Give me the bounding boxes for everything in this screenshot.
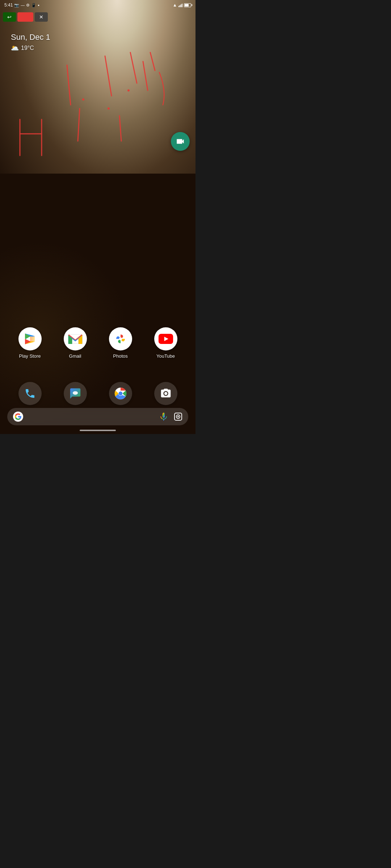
signal-bar-3 <box>181 4 181 7</box>
weather-temp: 19°C <box>21 45 34 51</box>
app-photos[interactable]: Photos <box>102 327 139 359</box>
gmail-label: Gmail <box>69 353 81 359</box>
gmail-icon-wrapper <box>64 327 87 350</box>
meet-fab-button[interactable] <box>171 132 190 151</box>
nav-bar <box>0 427 196 434</box>
annotation-close-button[interactable]: ✕ <box>35 12 48 22</box>
chrome-icon <box>114 387 127 400</box>
phone-icon <box>24 388 36 399</box>
signal-bar-1 <box>178 6 179 7</box>
photos-icon <box>113 332 128 346</box>
annotation-bar: ↩ ✕ <box>0 12 196 22</box>
date-text: Sun, Dec 1 <box>11 33 50 42</box>
app-play-store[interactable]: Play Store <box>12 327 48 359</box>
wifi-icon: ▲ <box>173 3 177 8</box>
status-left: 5:41 📷 — ⚙ 📱 ● <box>4 3 39 8</box>
signal-bar-2 <box>180 5 180 7</box>
minus-icon: — <box>21 3 25 7</box>
color-picker[interactable] <box>17 12 33 22</box>
status-time: 5:41 <box>4 3 13 8</box>
settings-icon: ⚙ <box>26 3 30 8</box>
battery-tip <box>192 4 192 6</box>
google-g-logo <box>13 412 23 422</box>
status-right: ▲ <box>173 3 191 8</box>
weather-icon: 🌥️ <box>11 44 19 52</box>
youtube-icon <box>158 333 173 344</box>
play-store-icon-wrapper <box>18 327 42 350</box>
svg-point-20 <box>119 337 122 340</box>
dock-phone[interactable] <box>18 382 42 405</box>
signal-bar-4 <box>182 4 182 7</box>
nav-pill <box>80 430 116 431</box>
weather-row: 🌥️ 19°C <box>11 44 50 52</box>
dock-chrome[interactable] <box>109 382 132 405</box>
dock-messages[interactable] <box>64 382 87 405</box>
videocam-icon: 📷 <box>14 3 19 8</box>
status-bar: 5:41 📷 — ⚙ 📱 ● ▲ <box>0 0 196 10</box>
messages-icon <box>69 387 81 400</box>
gmail-icon <box>68 333 83 345</box>
search-right-icons <box>159 412 182 421</box>
wallpaper-top <box>0 0 196 195</box>
phone-icon: 📱 <box>31 3 36 8</box>
close-icon: ✕ <box>39 14 43 20</box>
dot-icon: ● <box>38 4 39 7</box>
undo-button[interactable]: ↩ <box>3 12 16 22</box>
play-store-svg <box>23 332 37 346</box>
play-store-label: Play Store <box>19 353 41 359</box>
svg-point-26 <box>118 392 122 396</box>
microphone-icon[interactable] <box>159 412 168 421</box>
photos-icon-wrapper <box>109 327 132 350</box>
svg-point-23 <box>72 391 77 395</box>
date-widget: Sun, Dec 1 🌥️ 19°C <box>11 33 50 52</box>
app-row-1: Play Store Gmail <box>7 327 188 359</box>
google-lens-icon[interactable] <box>174 412 182 421</box>
dock-camera[interactable] <box>154 382 177 405</box>
search-bar[interactable] <box>7 408 188 425</box>
battery-fill <box>185 4 189 7</box>
signal-bars <box>178 3 182 7</box>
app-gmail[interactable]: Gmail <box>57 327 93 359</box>
svg-marker-18 <box>31 336 35 342</box>
meet-fab-icon <box>176 137 185 146</box>
youtube-icon-wrapper <box>154 327 177 350</box>
battery-icon <box>184 3 191 7</box>
app-youtube[interactable]: YouTube <box>148 327 184 359</box>
undo-icon: ↩ <box>7 14 12 20</box>
youtube-label: YouTube <box>156 353 175 359</box>
app-grid: Play Store Gmail <box>0 327 196 369</box>
camera-icon <box>160 388 172 399</box>
dock <box>0 382 196 405</box>
svg-point-30 <box>177 416 179 417</box>
photos-label: Photos <box>113 353 127 359</box>
